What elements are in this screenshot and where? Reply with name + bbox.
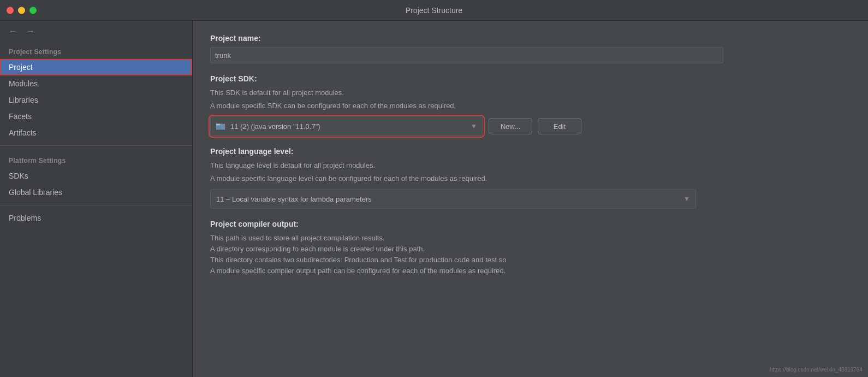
project-sdk-label: Project SDK:	[210, 74, 851, 83]
content-area: Project name: Project SDK: This SDK is d…	[193, 21, 868, 377]
sdk-row: 11 (2) (java version "11.0.7") ▼ New... …	[210, 116, 851, 136]
main-layout: ← → Project Settings Project Modules Lib…	[0, 21, 868, 377]
minimize-button[interactable]	[18, 7, 25, 14]
sdk-dropdown-arrow: ▼	[471, 122, 477, 130]
sdk-dropdown-wrapper: 11 (2) (java version "11.0.7") ▼	[210, 116, 483, 136]
project-name-label: Project name:	[210, 34, 851, 43]
language-level-selected: 11 – Local variable syntax for lambda pa…	[216, 195, 372, 203]
sidebar-item-label: Modules	[9, 79, 38, 88]
compiler-section: Project compiler output: This path is us…	[210, 220, 851, 277]
maximize-button[interactable]	[29, 7, 37, 14]
project-sdk-desc2: A module specific SDK can be configured …	[210, 101, 851, 111]
language-level-dropdown[interactable]: 11 – Local variable syntax for lambda pa…	[210, 189, 696, 209]
forward-arrow[interactable]: →	[24, 25, 37, 37]
sidebar-divider-2	[0, 205, 192, 205]
platform-settings-header: Platform Settings	[0, 150, 192, 168]
compiler-output-label: Project compiler output:	[210, 220, 851, 228]
sidebar-item-label: Libraries	[9, 96, 38, 104]
sdk-new-button[interactable]: New...	[489, 118, 532, 134]
sidebar-item-facets[interactable]: Facets	[0, 108, 192, 125]
sidebar-item-label: Project	[9, 63, 33, 72]
project-name-input[interactable]	[210, 47, 723, 63]
compiler-desc2: A directory corresponding to each module…	[210, 244, 851, 255]
language-level-desc1: This language level is default for all p…	[210, 160, 851, 171]
back-arrow[interactable]: ←	[7, 25, 20, 37]
watermark: https://blog.csdn.net/weixin_43819764	[770, 367, 863, 373]
sdk-selected-value: 11 (2) (java version "11.0.7")	[230, 122, 320, 131]
sidebar-item-problems[interactable]: Problems	[0, 210, 192, 226]
language-level-desc2: A module specific language level can be …	[210, 173, 851, 184]
nav-controls: ← →	[0, 21, 192, 42]
sidebar-item-libraries[interactable]: Libraries	[0, 92, 192, 108]
sdk-dropdown-inner: 11 (2) (java version "11.0.7")	[216, 122, 320, 131]
compiler-desc4: A module specific compiler output path c…	[210, 266, 851, 276]
project-sdk-desc1: This SDK is default for all project modu…	[210, 87, 851, 98]
svg-rect-2	[217, 126, 221, 129]
title-bar: Project Structure	[0, 0, 868, 21]
sidebar-item-label: Problems	[9, 214, 41, 222]
sidebar-item-global-libraries[interactable]: Global Libraries	[0, 184, 192, 201]
project-settings-header: Project Settings	[0, 42, 192, 59]
sdk-edit-button[interactable]: Edit	[538, 118, 581, 134]
compiler-desc1: This path is used to store all project c…	[210, 233, 851, 244]
sdk-dropdown[interactable]: 11 (2) (java version "11.0.7") ▼	[210, 116, 483, 136]
sidebar-item-label: SDKs	[9, 172, 28, 180]
language-dropdown-arrow: ▼	[683, 195, 690, 203]
sdk-folder-icon	[216, 122, 226, 131]
sidebar-item-label: Artifacts	[9, 128, 37, 137]
sidebar-item-label: Facets	[9, 112, 32, 121]
svg-rect-1	[216, 124, 220, 126]
sidebar-item-project[interactable]: Project	[0, 59, 192, 75]
sidebar: ← → Project Settings Project Modules Lib…	[0, 21, 193, 377]
window-title: Project Structure	[406, 6, 462, 15]
sidebar-divider	[0, 145, 192, 146]
sidebar-item-sdks[interactable]: SDKs	[0, 168, 192, 184]
close-button[interactable]	[7, 7, 14, 14]
compiler-desc3: This directory contains two subdirectori…	[210, 255, 851, 266]
sidebar-item-artifacts[interactable]: Artifacts	[0, 125, 192, 141]
language-dropdown-wrapper: 11 – Local variable syntax for lambda pa…	[210, 189, 851, 209]
sidebar-item-label: Global Libraries	[9, 188, 62, 197]
window-controls[interactable]	[7, 7, 37, 14]
sidebar-item-modules[interactable]: Modules	[0, 75, 192, 92]
project-language-level-label: Project language level:	[210, 147, 851, 156]
